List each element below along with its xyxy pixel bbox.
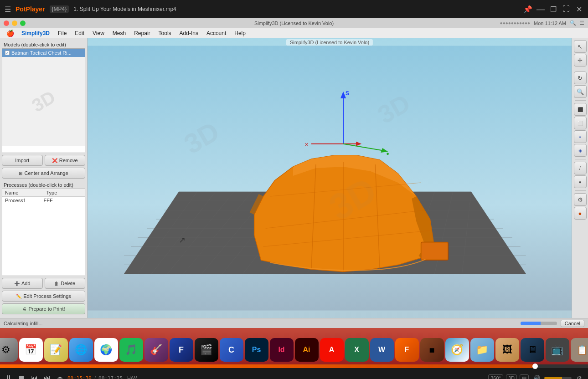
dock-icon-notes[interactable]: 📝 (44, 338, 68, 362)
potplayer-fullscreen-btn[interactable]: ⛶ (562, 5, 571, 14)
dock-icon-finalcut[interactable]: 🎬 (195, 338, 218, 362)
3d-badge[interactable]: 3D (506, 374, 517, 379)
delete-icon: 🗑 (54, 281, 59, 286)
mac-search-icon[interactable]: 🔍 (570, 20, 576, 26)
dock-icon-spotify[interactable]: 🎵 (119, 338, 143, 362)
360-badge[interactable]: 360° (488, 374, 503, 379)
settings-btn[interactable]: ⚙ (574, 193, 587, 206)
dock-icon-browser[interactable]: 🌐 (69, 338, 93, 362)
svg-text:●: ● (386, 151, 389, 156)
account-menu[interactable]: Account (203, 29, 230, 37)
dock-icon-illustrator[interactable]: Ai (295, 338, 319, 362)
info-btn[interactable]: ● (574, 207, 587, 220)
playback-controls: ⏸ ⏹ ⏮ ⏭ ⏏ 00:15:39 / 00:17:25 H/W 360° 3… (0, 368, 588, 379)
process-row[interactable]: Process1 FFF (2, 197, 85, 204)
potplayer-title: 1. Split Up Your Models in Meshmixer.mp4 (73, 6, 519, 12)
point-tool-btn[interactable]: ● (574, 175, 587, 188)
potplayer-titlebar: ☰ PotPlayer {MP4} 1. Split Up Your Model… (0, 0, 588, 18)
menu-icon[interactable]: ☰ (5, 5, 11, 14)
file-menu[interactable]: File (54, 29, 70, 37)
dock-icon-app2[interactable]: 📋 (571, 338, 588, 362)
toolbar-sep4 (575, 190, 586, 191)
dock-icon-app1[interactable]: ■ (420, 338, 444, 362)
potplayer-minimize-btn[interactable]: — (536, 5, 545, 14)
apple-menu[interactable]: 🍎 (4, 30, 17, 37)
view-iso-btn[interactable]: ◈ (574, 144, 587, 157)
mesh-menu[interactable]: Mesh (109, 29, 129, 37)
prev-btn[interactable]: ⏮ (29, 374, 39, 379)
edit-menu[interactable]: Edit (71, 29, 88, 37)
stop-btn[interactable]: ⏹ (16, 374, 26, 379)
dock-icon-acrobat[interactable]: A (320, 338, 344, 362)
dock-icon-excel[interactable]: X (345, 338, 369, 362)
toolbar-sep2 (575, 100, 586, 101)
delete-btn[interactable]: 🗑 Delete (45, 278, 86, 289)
dock-icon-sysprefs[interactable]: ⚙ (0, 338, 18, 362)
layout-badge[interactable]: ▤ (520, 374, 529, 379)
settings-btn-pp[interactable]: ⚙ (574, 375, 584, 379)
dock-icon-chrome[interactable]: 🌍 (94, 338, 118, 362)
mac-minimize-btn[interactable] (12, 20, 17, 26)
dock-icon-terminal[interactable]: 🖥 (521, 338, 544, 362)
potplayer-close-btn[interactable]: ✕ (574, 5, 583, 14)
model-name: Batman Tactical Chest Ri... (11, 50, 72, 56)
volume-btn[interactable]: 🔊 (531, 375, 542, 379)
simplify3d-menu[interactable]: Simplify3D (18, 29, 53, 37)
dock-icon-finder2[interactable]: 📁 (470, 338, 494, 362)
addins-menu[interactable]: Add-Ins (176, 29, 202, 37)
time-separator: / (94, 375, 96, 379)
seek-bar[interactable] (0, 364, 588, 368)
repair-menu[interactable]: Repair (130, 29, 154, 37)
processes-list[interactable]: Name Type Process1 FFF (2, 189, 85, 276)
model-item[interactable]: ✓ Batman Tactical Chest Ri... (2, 49, 85, 57)
mac-list-icon[interactable]: ☰ (580, 20, 584, 26)
cancel-btn[interactable]: Cancel (561, 320, 584, 327)
processes-section-title: Processes (double-click to edit) (2, 180, 85, 189)
dock-icon-preview[interactable]: 🖼 (495, 338, 519, 362)
center-arrange-btn[interactable]: ⊞ Center and Arrange (2, 168, 85, 179)
help-menu[interactable]: Help (231, 29, 249, 37)
seek-thumb[interactable] (532, 364, 538, 369)
tools-menu[interactable]: Tools (155, 29, 175, 37)
import-btn[interactable]: Import (2, 155, 43, 166)
open-btn[interactable]: ⏏ (55, 374, 65, 379)
pause-btn[interactable]: ⏸ (4, 374, 14, 379)
model-checkbox[interactable]: ✓ (5, 51, 10, 55)
zoom-btn[interactable]: 🔍 (574, 85, 587, 98)
dock-icon-guitar[interactable]: 🎸 (144, 338, 168, 362)
dock-icon-calendar[interactable]: 📅 (19, 338, 43, 362)
potplayer-pin-btn[interactable]: 📌 (523, 5, 532, 14)
edit-process-btn[interactable]: ✏️ Edit Process Settings (2, 291, 85, 302)
line-tool-btn[interactable]: / (574, 162, 587, 174)
viewport[interactable]: Simplify3D (Licensed to Kevin Volo) 3D 3… (88, 38, 572, 318)
view-menu[interactable]: View (89, 29, 108, 37)
potplayer-restore-btn[interactable]: ❐ (549, 5, 558, 14)
mac-close-btn[interactable] (4, 20, 9, 26)
dock-icon-word[interactable]: W (370, 338, 394, 362)
rotate-view-btn[interactable]: ↻ (574, 72, 587, 84)
dock-icon-indesign[interactable]: Id (270, 338, 294, 362)
processes-empty-area (2, 204, 85, 263)
toolbar-sep3 (575, 159, 586, 159)
mac-maximize-btn[interactable] (20, 20, 26, 26)
dock-icon-filezilla[interactable]: F (170, 338, 193, 362)
status-bar: Calculating infill... Cancel (0, 318, 588, 328)
total-time: 00:17:25 (98, 375, 123, 379)
next-btn[interactable]: ⏭ (42, 374, 52, 379)
cursor-tool-btn[interactable]: ↖ (574, 40, 587, 53)
pan-tool-btn[interactable]: ✛ (574, 54, 587, 67)
remove-btn[interactable]: ❌ Remove (45, 155, 86, 166)
view-front-btn[interactable]: ⬜ (574, 117, 587, 129)
view-top-btn[interactable]: ⬛ (574, 103, 587, 116)
add-btn[interactable]: ➕ Add (2, 278, 43, 289)
prepare-print-btn[interactable]: 🖨 Prepare to Print! (2, 303, 85, 314)
dock-icon-screencast[interactable]: 📺 (546, 338, 569, 362)
process-type: FFF (44, 198, 83, 203)
volume-bar[interactable] (544, 377, 572, 379)
view-right-btn[interactable]: ▪ (574, 130, 587, 143)
dock-icon-camtasia[interactable]: C (220, 338, 243, 362)
dock-icon-fusion360[interactable]: F (395, 338, 419, 362)
dock-icon-safari[interactable]: 🧭 (445, 338, 469, 362)
dock-icon-photoshop[interactable]: Ps (245, 338, 268, 362)
models-list[interactable]: ✓ Batman Tactical Chest Ri... 3D (2, 48, 85, 153)
